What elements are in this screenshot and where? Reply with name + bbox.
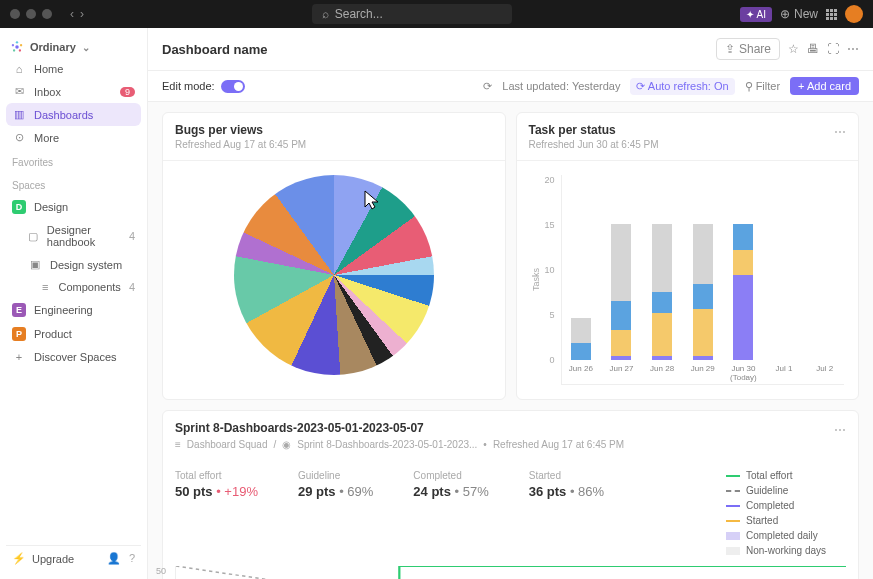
refresh-icon[interactable]: ⟳ — [483, 80, 492, 93]
inbox-icon: ✉ — [12, 85, 26, 98]
legend-swatch — [726, 490, 740, 492]
workspace-icon — [10, 40, 24, 54]
person-icon[interactable]: 👤 — [107, 552, 121, 565]
search-icon: ⌕ — [322, 7, 329, 21]
bar-column: Jul 1 — [769, 360, 800, 384]
legend-item: Guideline — [726, 485, 846, 496]
metric-label: Guideline — [298, 470, 373, 481]
svg-point-0 — [15, 45, 19, 49]
count: 4 — [129, 230, 135, 242]
avatar[interactable] — [845, 5, 863, 23]
share-button[interactable]: ⇪Share — [716, 38, 780, 60]
legend-item: Started — [726, 515, 846, 526]
list-icon: ≡ — [40, 281, 51, 293]
metric: Completed24 pts • 57% — [413, 470, 488, 556]
nav-back-forward[interactable]: ‹› — [70, 7, 84, 21]
y-axis-label: Tasks — [531, 268, 541, 291]
svg-point-2 — [20, 44, 22, 46]
space-item[interactable]: ▣Design system — [6, 253, 141, 276]
legend-swatch — [726, 505, 740, 507]
filter-button[interactable]: ⚲ Filter — [745, 80, 781, 93]
edit-mode-toggle[interactable] — [221, 80, 245, 93]
space-item[interactable]: ≡Components4 — [6, 276, 141, 298]
metrics-row: Total effort50 pts • +19%Guideline29 pts… — [163, 460, 858, 566]
sidebar-item-dashboards[interactable]: ▥Dashboards — [6, 103, 141, 126]
bar-column: Jun 28 — [647, 224, 678, 384]
line-svg — [176, 566, 846, 579]
sidebar-item-label: More — [34, 132, 59, 144]
card-more-icon[interactable]: ⋯ — [834, 125, 846, 139]
card-title: Bugs per views — [175, 123, 493, 137]
space-badge: E — [12, 303, 26, 317]
doc-icon: ▢ — [28, 230, 39, 243]
space-label: Designer handbook — [47, 224, 121, 248]
sidebar-item-label: Dashboards — [34, 109, 93, 121]
sidebar-item-home[interactable]: ⌂Home — [6, 58, 141, 80]
legend-item: Completed — [726, 500, 846, 511]
autorefresh-button[interactable]: ⟳ Auto refresh: On — [630, 78, 734, 95]
favorites-label: Favorites — [6, 149, 141, 172]
plus-icon: ⊕ — [780, 7, 790, 21]
sidebar-item-label: Home — [34, 63, 63, 75]
print-icon[interactable]: 🖶 — [807, 42, 819, 56]
line-chart[interactable]: 50 40 30 — [175, 566, 846, 579]
metric-value: 50 pts • +19% — [175, 484, 258, 499]
crumb-1[interactable]: Dashboard Squad — [187, 439, 268, 450]
space-label: Design system — [50, 259, 122, 271]
more-icon: ⊙ — [12, 131, 26, 144]
workspace-selector[interactable]: Ordinary ⌄ — [6, 36, 141, 58]
legend-item: Non-working days — [726, 545, 846, 556]
apps-grid-icon[interactable] — [826, 9, 837, 20]
space-item[interactable]: ▢Designer handbook4 — [6, 219, 141, 253]
card-subtitle: Refreshed Aug 17 at 6:45 PM — [175, 139, 493, 150]
discover-spaces[interactable]: + Discover Spaces — [6, 346, 141, 368]
card-more-icon[interactable]: ⋯ — [834, 423, 846, 437]
sidebar-item-more[interactable]: ⊙More — [6, 126, 141, 149]
metric-label: Started — [529, 470, 604, 481]
ai-button[interactable]: ✦AI — [740, 7, 772, 22]
bar-column: Jun 29 — [687, 224, 718, 384]
sprint-refreshed: Refreshed Aug 17 at 6:45 PM — [493, 439, 624, 450]
add-card-button[interactable]: + Add card — [790, 77, 859, 95]
space-item[interactable]: PProduct — [6, 322, 141, 346]
new-button[interactable]: ⊕New — [780, 7, 818, 21]
toolbar: Edit mode: ⟳ Last updated: Yesterday ⟳ A… — [148, 71, 873, 102]
window-controls[interactable] — [10, 9, 52, 19]
upgrade-link[interactable]: Upgrade — [32, 553, 74, 565]
spaces-label: Spaces — [6, 172, 141, 195]
metric-value: 24 pts • 57% — [413, 484, 488, 499]
expand-icon[interactable]: ⛶ — [827, 42, 839, 56]
page-title: Dashboard name — [162, 42, 267, 57]
legend-swatch — [726, 532, 740, 540]
folder-icon: ▣ — [28, 258, 42, 271]
bar-chart[interactable]: Tasks 20151050 Jun 26Jun 27Jun 28Jun 29J… — [531, 175, 845, 385]
sync-icon: ⟳ — [636, 80, 645, 92]
global-search[interactable]: ⌕ Search... — [312, 4, 512, 24]
space-item[interactable]: DDesign — [6, 195, 141, 219]
help-icon[interactable]: ? — [129, 552, 135, 565]
bar-column: Jul 2 — [809, 360, 840, 384]
space-item[interactable]: EEngineering — [6, 298, 141, 322]
sprint-icon: ◉ — [282, 439, 291, 450]
more-icon[interactable]: ⋯ — [847, 42, 859, 56]
sprint-card: Sprint 8-Dashboards-2023-05-01-2023-05-0… — [162, 410, 859, 579]
bar-label: Jun 30(Today) — [730, 364, 757, 384]
crumb-2[interactable]: Sprint 8-Dashboards-2023-05-01-2023... — [297, 439, 477, 450]
pie-chart[interactable] — [234, 175, 434, 375]
edit-mode-label: Edit mode: — [162, 80, 215, 92]
legend-swatch — [726, 475, 740, 477]
svg-point-4 — [13, 49, 15, 51]
back-icon: ‹ — [70, 7, 74, 21]
chevron-down-icon: ⌄ — [82, 42, 90, 53]
bugs-card: Bugs per views Refreshed Aug 17 at 6:45 … — [162, 112, 506, 400]
star-icon[interactable]: ☆ — [788, 42, 799, 56]
bar-label: Jul 2 — [816, 364, 833, 384]
legend-item: Completed daily — [726, 530, 846, 541]
bar-column: Jun 30(Today) — [728, 224, 759, 384]
metric: Total effort50 pts • +19% — [175, 470, 258, 556]
bars-area: Jun 26Jun 27Jun 28Jun 29Jun 30(Today)Jul… — [561, 175, 844, 385]
sidebar-item-inbox[interactable]: ✉Inbox9 — [6, 80, 141, 103]
metric-value: 29 pts • 69% — [298, 484, 373, 499]
space-badge: D — [12, 200, 26, 214]
metric-label: Total effort — [175, 470, 258, 481]
